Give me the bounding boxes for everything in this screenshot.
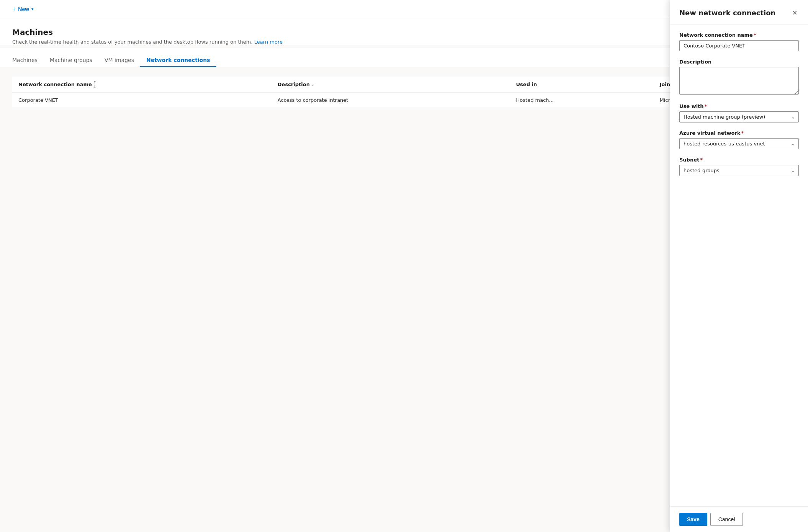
cancel-button[interactable]: Cancel [710,513,743,526]
field-use-with: Use with * Hosted machine group (preview… [679,103,799,122]
panel-footer: Save Cancel [670,506,808,532]
description-label: Description [679,59,799,65]
col-header-description: Description ⌄ [272,77,510,93]
subnet-select-wrapper: hosted-groups ⌄ [679,165,799,176]
close-icon: ✕ [792,9,797,16]
required-star-name: * [754,32,756,38]
subnet-label: Subnet * [679,157,799,163]
description-textarea[interactable] [679,67,799,95]
new-button[interactable]: + New ▾ [9,3,36,15]
field-description: Description [679,59,799,96]
subnet-select[interactable]: hosted-groups [679,165,799,176]
required-star-use-with: * [705,103,707,109]
tab-vm-images[interactable]: VM images [98,54,140,67]
azure-vnet-select-wrapper: hosted-resources-us-eastus-vnet ⌄ [679,138,799,149]
cell-used-in: Hosted mach... [510,93,654,108]
connection-name-label: Network connection name * [679,32,799,38]
azure-vnet-label: Azure virtual network * [679,130,799,136]
sort-icons-name: ↑ ↓ [93,80,97,88]
use-with-label: Use with * [679,103,799,109]
field-connection-name: Network connection name * [679,32,799,51]
panel-body: Network connection name * Description Us… [670,24,808,506]
cell-description: Access to corporate intranet [272,93,510,108]
panel-title: New network connection [679,9,775,17]
tab-machines[interactable]: Machines [12,54,44,67]
use-with-select[interactable]: Hosted machine group (preview) [679,111,799,122]
col-header-name: Network connection name ↑ ↓ [12,77,272,93]
tab-network-connections[interactable]: Network connections [140,54,216,67]
save-button[interactable]: Save [679,513,707,526]
use-with-select-wrapper: Hosted machine group (preview) ⌄ [679,111,799,122]
learn-more-link[interactable]: Learn more [254,39,283,45]
connection-name-input[interactable] [679,40,799,51]
chevron-down-icon: ▾ [31,7,33,11]
required-star-subnet: * [700,157,703,163]
sort-name[interactable]: Network connection name ↑ ↓ [18,80,265,88]
field-azure-vnet: Azure virtual network * hosted-resources… [679,130,799,149]
cell-name: Corporate VNET [12,93,272,108]
panel-header: New network connection ✕ [670,0,808,24]
app-container: + New ▾ Machines Check the real-time hea… [0,0,808,532]
required-star-vnet: * [741,130,744,136]
close-button[interactable]: ✕ [791,8,799,18]
col-header-used-in: Used in [510,77,654,93]
plus-icon: + [12,6,16,13]
filter-icon: ⌄ [311,82,314,86]
new-button-label: New [18,6,29,12]
side-panel: New network connection ✕ Network connect… [670,0,808,532]
tab-machine-groups[interactable]: Machine groups [44,54,98,67]
azure-vnet-select[interactable]: hosted-resources-us-eastus-vnet [679,138,799,149]
field-subnet: Subnet * hosted-groups ⌄ [679,157,799,176]
filter-description[interactable]: Description ⌄ [278,82,504,87]
